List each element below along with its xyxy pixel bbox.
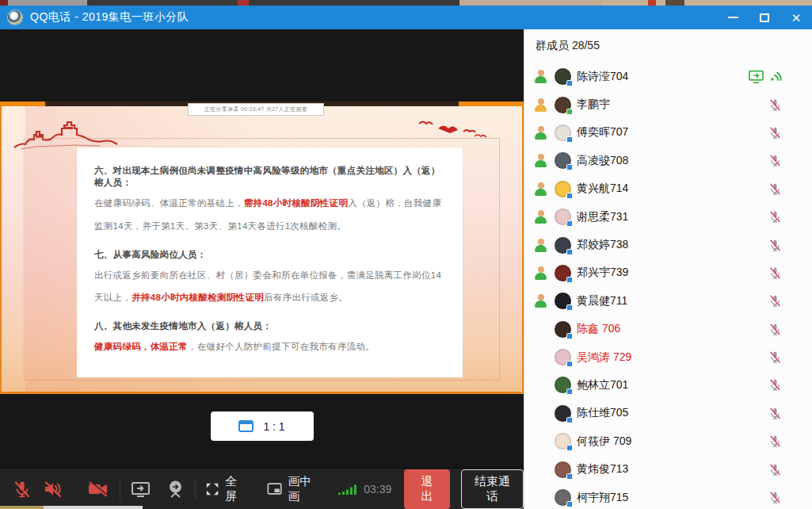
status-badge: [566, 136, 573, 143]
screen-share-icon[interactable]: [130, 480, 151, 499]
speaker-muted-icon[interactable]: [43, 480, 64, 499]
member-row[interactable]: 黄晨健711: [524, 287, 812, 315]
member-row[interactable]: 高凌骏708: [524, 147, 812, 174]
doc-section-body: 健康码绿码，体温正常，在做好个人防护前提下可在我市有序流动。: [94, 335, 445, 358]
signal-bars-icon: [337, 483, 358, 496]
birds-illustration: [416, 116, 489, 141]
avatar: [555, 405, 571, 422]
minimize-icon: [728, 17, 738, 18]
end-call-button[interactable]: 结束通话: [461, 469, 524, 509]
presence-person-icon: [534, 70, 547, 83]
background-fragment: [0, 506, 44, 509]
mic-muted-icon[interactable]: [768, 126, 782, 140]
screen-sharing-icon: [748, 70, 764, 84]
mic-muted-icon[interactable]: [768, 463, 782, 476]
member-name: 黄炜俊713: [577, 462, 628, 476]
avatar: [555, 181, 571, 197]
mic-muted-icon[interactable]: [768, 294, 782, 308]
mic-muted-icon[interactable]: [768, 210, 782, 224]
status-badge: [566, 501, 573, 507]
mic-muted-icon[interactable]: [768, 323, 782, 336]
exit-button[interactable]: 退出: [404, 469, 450, 509]
status-badge: [566, 193, 573, 199]
member-row[interactable]: 谢思柔731: [524, 203, 812, 231]
mic-muted-icon[interactable]: [768, 350, 782, 364]
scale-1-1-button[interactable]: 1 : 1: [211, 411, 314, 441]
member-name: 陈诗滢704: [577, 70, 628, 84]
doc-section: 七、从事高风险岗位人员： 出行或返乡前要向所在社区、村（居）委会和所在单位报备，…: [94, 249, 445, 310]
status-badge: [566, 220, 573, 227]
member-row[interactable]: 陈诗滢704: [524, 63, 812, 90]
avatar: [555, 321, 571, 338]
presentation-share-icon[interactable]: [166, 480, 185, 499]
window-title: QQ电话 - 2019集电一班小分队: [30, 10, 189, 25]
mic-muted-icon[interactable]: [768, 378, 782, 392]
status-badge: [566, 388, 573, 395]
toolbar-divider: [195, 479, 196, 499]
member-row[interactable]: 陈鑫 706: [524, 316, 812, 343]
fullscreen-button[interactable]: 全屏: [205, 474, 246, 504]
doc-section-heading: 六、对出现本土病例但尚未调整疫情中高风险等级的地市（重点关注地区）入（返）榕人员…: [94, 165, 445, 189]
member-name: 鲍林立701: [577, 378, 628, 392]
mic-muted-icon[interactable]: [768, 434, 782, 448]
pip-icon: [267, 482, 282, 496]
avatar: [555, 209, 571, 225]
mic-muted-icon[interactable]: [768, 98, 782, 112]
status-badge: [566, 304, 573, 311]
presence-person-icon: [534, 98, 547, 112]
member-row[interactable]: 鲍林立701: [524, 371, 812, 399]
connection-quality: 03:39: [337, 483, 391, 496]
doc-section-body: 出行或返乡前要向所在社区、村（居）委会和所在单位报备，需满足脱离工作岗位14天以…: [94, 264, 445, 310]
pip-button[interactable]: 画中画: [267, 474, 320, 504]
mic-muted-icon[interactable]: [768, 407, 782, 420]
mic-muted-icon[interactable]: [768, 154, 782, 167]
status-badge: [566, 80, 573, 86]
avatar: [555, 237, 571, 254]
member-row[interactable]: 傅奕晖707: [524, 119, 812, 147]
avatar: [555, 349, 571, 365]
avatar: [555, 461, 571, 478]
avatar: [555, 377, 571, 393]
mic-muted-icon[interactable]: [768, 182, 782, 196]
member-row[interactable]: 郑姣婷738: [524, 231, 812, 258]
member-row[interactable]: 柯宇翔715: [524, 484, 812, 509]
close-icon: ✕: [791, 12, 802, 24]
mic-muted-icon[interactable]: [768, 239, 782, 252]
avatar: [555, 489, 571, 506]
maximize-icon: [760, 13, 769, 22]
member-row[interactable]: 陈仕维705: [524, 400, 812, 427]
avatar: [555, 124, 571, 141]
member-row[interactable]: 何筱伊 709: [524, 427, 812, 455]
avatar: [555, 152, 571, 169]
voice-active-icon: [770, 71, 782, 83]
member-row[interactable]: 李鹏宇: [524, 90, 812, 118]
policy-document: 六、对出现本土病例但尚未调整疫情中高风险等级的地市（重点关注地区）入（返）榕人员…: [77, 147, 463, 377]
avatar: [555, 293, 571, 309]
doc-section-heading: 七、从事高风险岗位人员：: [94, 249, 445, 261]
mic-muted-icon[interactable]: [768, 491, 782, 504]
status-badge: [566, 249, 573, 255]
member-row[interactable]: 黄兴航714: [524, 175, 812, 203]
status-badge: [566, 417, 573, 423]
member-row[interactable]: 吴鸿涛 729: [524, 343, 812, 371]
presence-person-icon: [534, 154, 547, 167]
minimize-button[interactable]: [717, 6, 749, 29]
member-name: 郑兴宇739: [577, 266, 628, 280]
maximize-button[interactable]: [749, 6, 780, 29]
presence-person-icon: [534, 239, 547, 252]
member-row[interactable]: 郑兴宇739: [524, 259, 812, 287]
status-badge: [566, 445, 573, 451]
fullscreen-label: 全屏: [225, 474, 246, 504]
member-row[interactable]: 黄炜俊713: [524, 455, 812, 483]
call-duration: 03:39: [364, 483, 391, 496]
mic-muted-icon[interactable]: [768, 266, 782, 280]
avatar: [555, 97, 571, 113]
member-name: 陈鑫 706: [577, 322, 620, 336]
member-name: 黄晨健711: [577, 294, 627, 308]
close-button[interactable]: ✕: [780, 6, 812, 29]
member-name: 傅奕晖707: [577, 125, 628, 140]
presence-person-icon: [534, 294, 547, 308]
camera-muted-icon[interactable]: [86, 480, 110, 499]
microphone-muted-icon[interactable]: [13, 480, 32, 499]
video-stage: 正在分享屏幕 00:03:47 共27人正在观看 六、对出现本土病例但尚未调整疫…: [0, 29, 524, 509]
